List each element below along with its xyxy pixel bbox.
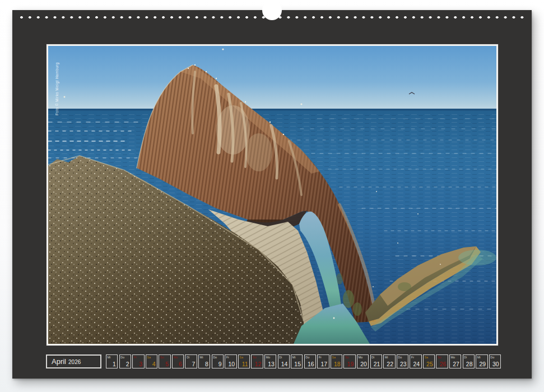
day-number: 12 <box>255 361 262 367</box>
day-cells-row: Mi 1 Do 2 Fr 3 Sa 4 So 5 Mo 6 Di 7 Mi 8 … <box>106 354 502 368</box>
day-number: 14 <box>281 361 288 367</box>
weekday-label: Mi <box>292 356 296 359</box>
sky-region <box>48 46 496 112</box>
calendar-day-cell: Mi 22 <box>383 354 395 368</box>
weekday-label: Mi <box>477 356 481 359</box>
calendar-day-cell: Fr 24 <box>410 354 421 368</box>
calendar-day-cell: Mo 27 <box>449 354 461 368</box>
day-number: 13 <box>268 361 275 367</box>
calendar-day-cell: Sa 4 <box>146 354 157 368</box>
day-number: 28 <box>466 361 473 367</box>
weekday-label: Sa <box>332 356 336 359</box>
weekday-label: Mo <box>358 356 362 359</box>
day-number: 7 <box>192 361 196 367</box>
calendar-day-cell: Mi 29 <box>476 354 487 368</box>
day-number: 8 <box>205 361 208 367</box>
day-number: 27 <box>453 361 459 367</box>
calendar-day-cell: Sa 18 <box>331 354 342 368</box>
weekday-label: Fr <box>411 356 414 359</box>
weekday-label: Do <box>213 356 217 359</box>
calendar-day-cell: Fr 10 <box>225 354 236 368</box>
day-number: 2 <box>126 361 129 367</box>
day-number: 23 <box>400 361 407 367</box>
weekday-label: So <box>253 356 257 359</box>
calendar-day-cell: Mo 6 <box>172 354 184 368</box>
day-number: 11 <box>242 361 248 367</box>
calendar-day-cell: Di 28 <box>463 354 475 368</box>
photo-frame: Foto © Mirko Weigt Hamburg <box>47 44 498 346</box>
weekday-label: Sa <box>147 356 151 359</box>
weekday-label: Mo <box>451 356 455 359</box>
calendar-day-cell: Fr 3 <box>132 354 144 368</box>
calendar-day-cell: So 19 <box>343 354 355 368</box>
weekday-label: Fr <box>134 356 137 359</box>
day-number: 20 <box>360 361 367 367</box>
wall-calendar-board: Foto © Mirko Weigt Hamburg April 2026 Mi… <box>12 10 532 379</box>
day-number: 25 <box>426 361 433 367</box>
day-number: 21 <box>374 361 380 367</box>
calendar-day-cell: Do 2 <box>119 354 131 368</box>
calendar-day-cell: So 26 <box>436 354 448 368</box>
day-number: 10 <box>228 361 235 367</box>
weekday-label: Di <box>464 356 467 359</box>
weekday-label: Mo <box>173 356 178 359</box>
weekday-label: Fr <box>319 356 322 359</box>
hanger-notch <box>262 1 282 20</box>
calendar-day-cell: Mo 20 <box>357 354 369 368</box>
bow-fiddle-rock-scene <box>48 46 496 344</box>
weekday-label: Mi <box>200 356 203 359</box>
day-number: 18 <box>334 361 341 367</box>
calendar-day-cell: Di 21 <box>370 354 382 368</box>
month-label: April <box>52 356 66 368</box>
calendar-day-cell: So 12 <box>251 354 263 368</box>
calendar-day-cell: Do 23 <box>397 354 408 368</box>
weekday-label: Sa <box>424 356 428 359</box>
calendar-day-cell: Mi 8 <box>198 354 210 368</box>
calendar-day-cell: Do 30 <box>489 354 501 368</box>
calendar-day-cell: Sa 25 <box>423 354 435 368</box>
day-number: 3 <box>139 361 142 367</box>
calendar-day-cell: Di 7 <box>185 354 197 368</box>
weekday-label: Do <box>305 356 309 359</box>
calendar-day-cell: Do 9 <box>212 354 224 368</box>
calendar-day-cell: So 5 <box>159 354 170 368</box>
weekday-label: So <box>160 356 164 359</box>
calendar-day-cell: Mi 1 <box>106 354 118 368</box>
weekday-label: Sa <box>239 356 243 359</box>
calendar-day-cell: Mo 13 <box>264 354 276 368</box>
day-number: 16 <box>308 361 314 367</box>
day-number: 17 <box>320 361 327 367</box>
day-number: 19 <box>347 361 354 367</box>
calendar-day-cell: Mi 15 <box>291 354 303 368</box>
calendar-day-cell: Di 14 <box>278 354 290 368</box>
day-number: 4 <box>152 361 156 367</box>
year-label: 2026 <box>68 359 81 365</box>
month-year-box: April 2026 <box>46 354 101 368</box>
weekday-label: Do <box>398 356 402 359</box>
weekday-label: Fr <box>226 356 229 359</box>
weekday-label: So <box>438 356 441 359</box>
date-strip: April 2026 Mi 1 Do 2 Fr 3 Sa 4 So 5 Mo 6… <box>46 354 502 368</box>
day-number: 24 <box>413 361 420 367</box>
weekday-label: So <box>345 356 349 359</box>
calendar-day-cell: Do 16 <box>304 354 316 368</box>
day-number: 9 <box>218 361 222 367</box>
weekday-label: Mo <box>266 356 270 359</box>
photo-credit: Foto © Mirko Weigt Hamburg <box>55 48 59 115</box>
weekday-label: Mi <box>385 356 388 359</box>
weekday-label: Di <box>279 356 282 359</box>
day-number: 15 <box>294 361 301 367</box>
day-number: 5 <box>165 361 169 367</box>
day-number: 29 <box>479 361 486 367</box>
day-number: 30 <box>492 361 499 367</box>
day-number: 26 <box>440 361 447 367</box>
weekday-label: Do <box>490 356 494 359</box>
weekday-label: Di <box>187 356 189 359</box>
day-number: 6 <box>179 361 182 367</box>
day-number: 1 <box>113 361 116 367</box>
calendar-day-cell: Sa 11 <box>238 354 250 368</box>
landscape-photo: Foto © Mirko Weigt Hamburg <box>48 46 496 344</box>
weekday-label: Do <box>120 356 124 359</box>
weekday-label: Mi <box>108 356 111 359</box>
calendar-day-cell: Fr 17 <box>317 354 329 368</box>
